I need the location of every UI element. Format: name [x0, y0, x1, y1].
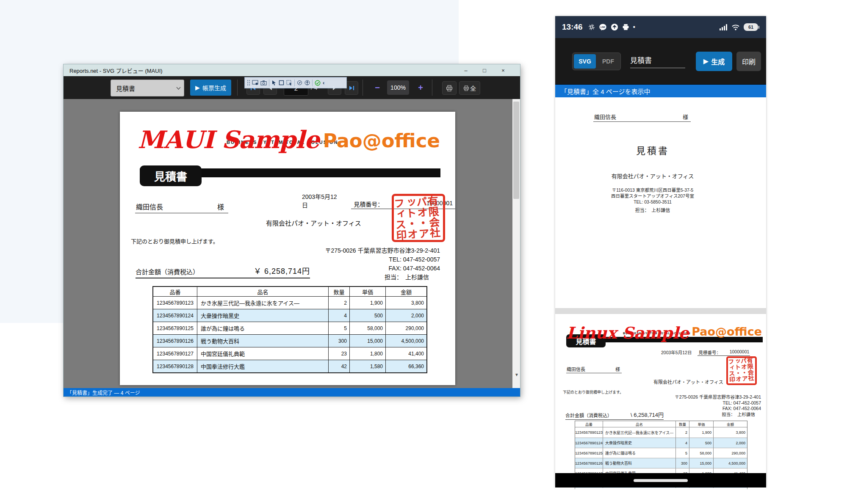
- company-address-block: 〒275-0026 千葉県習志野市谷津3-29-2-401 TEL: 047-4…: [325, 246, 440, 282]
- region-select-icon[interactable]: [279, 80, 284, 85]
- toolbar-divider: [432, 80, 432, 96]
- capture-toolbar-divider: [294, 80, 295, 86]
- clock: 13:46: [562, 22, 583, 32]
- data-saver-icon: [588, 24, 595, 30]
- upload-circle-icon: [611, 23, 618, 31]
- report-name-input[interactable]: 見積書: [630, 55, 685, 68]
- screenshot-canvas: Reports.net - SVG プレビュー (MAUI) – □ × 見積書…: [0, 0, 847, 504]
- zoom-out-button[interactable]: −: [371, 81, 384, 94]
- print-all-label: 全: [470, 84, 476, 92]
- capture-toolbar-divider: [269, 80, 269, 86]
- invoice-table: 品番 品名 数量 単価 金額 1234567890123 かき氷屋三代記―我永遠…: [152, 286, 427, 373]
- home-pill[interactable]: [634, 479, 688, 482]
- table-row: 1234567890127 中国宮廷儀礼典範 23 1,800 41,400: [153, 347, 426, 360]
- battery-tip: [758, 26, 759, 29]
- toolbar-divider: [237, 80, 238, 96]
- scroll-down-arrow[interactable]: ▼: [515, 372, 519, 377]
- preview-area: MAUI Sample BUSINESS SYSTEM TOTAL SOLUSI…: [64, 99, 520, 388]
- desktop-window: Reports.net - SVG プレビュー (MAUI) – □ × 見積書…: [64, 64, 520, 397]
- date-quote-row: 2003年5月12日 見積番号： 10000001: [661, 349, 750, 356]
- manager: 担当： 上杉謙信: [555, 207, 750, 213]
- zoom-in-button[interactable]: +: [414, 81, 427, 94]
- generate-report-button[interactable]: ▶ 帳票生成: [190, 80, 231, 96]
- status-bar: 「見積書」生成完了 — 4 ページ: [64, 388, 520, 397]
- scrollbar-thumb[interactable]: [513, 102, 519, 199]
- capture-overlay-toolbar: ‹: [244, 77, 347, 88]
- total-amount-line: 合計金額（消費税込） ￥ 6,258,714円: [136, 265, 310, 278]
- table-header-row: 品番 品名 数量 単価 金額: [153, 287, 426, 296]
- table-row: 1234567890128 中国拳法修行大鑑 42 1,580 66,360: [153, 360, 426, 372]
- confirm-check-icon[interactable]: [315, 80, 321, 86]
- battery-percent: 61: [744, 23, 758, 31]
- window-titlebar: Reports.net - SVG プレビュー (MAUI) – □ ×: [64, 64, 520, 76]
- table-header-row: 品番 品名 数量 単価 金額: [575, 421, 747, 427]
- vertical-scrollbar[interactable]: ▼: [512, 99, 520, 388]
- chevron-down-icon: [173, 87, 184, 90]
- table-row: 1234567890125 誰が為に鐘は鳴る 5 58,000 290,000: [153, 322, 426, 334]
- table-row: 1234567890123 かき氷屋三代記―我永遠に氷をアイス― 2 1,900…: [153, 296, 426, 309]
- table-row-partial: [575, 488, 747, 489]
- greeting-text: 下記のとおり御見積申し上げます。: [131, 237, 219, 245]
- mobile-status-bar: 13:46 LINE • 61: [555, 16, 766, 38]
- document-page: MAUI Sample BUSINESS SYSTEM TOTAL SOLUSI…: [120, 112, 455, 385]
- print-all-button[interactable]: 全: [459, 81, 480, 95]
- collapse-chevron-icon[interactable]: ‹: [323, 80, 324, 86]
- postal-address: 〒275-0026 千葉県習志野市谷津3-29-2-401: [325, 246, 440, 255]
- quote-number: 見積番号： 10000001: [698, 349, 750, 356]
- customer-name-line: 織田信長 様: [135, 201, 228, 213]
- report-select-value: 見積書: [111, 84, 173, 93]
- pao-office-logo: Pao@office: [692, 325, 762, 338]
- tab-svg[interactable]: SVG: [574, 54, 596, 69]
- manager: 担当： 上杉謙信: [325, 273, 440, 282]
- mobile-info-banner: 「見積書」全 4 ページを表示中: [555, 85, 766, 97]
- print-notification-icon: [622, 24, 629, 30]
- minimize-button[interactable]: –: [457, 64, 475, 76]
- doc-title: 見積書: [555, 143, 750, 157]
- annotate-icon[interactable]: [297, 80, 302, 85]
- table-row: 1234567890126 戦う動物大百科 300 15,000 4,500,0…: [153, 334, 426, 347]
- page-separator: [555, 308, 766, 314]
- mobile-screenshot: 13:46 LINE • 61 SVG PDF: [555, 16, 766, 487]
- doc-title-badge: 見積書: [140, 165, 202, 186]
- wifi-icon: [731, 24, 740, 30]
- mobile-app-toolbar: SVG PDF 見積書 ▶ 生成 印刷: [555, 38, 766, 85]
- mobile-document-page-2: Linux Sample BUSINESS SYSTEM TOTAL SOLUS…: [555, 314, 766, 489]
- svg-text:LINE: LINE: [600, 25, 605, 28]
- accessibility-icon[interactable]: [304, 80, 310, 85]
- mobile-document-page-1: 織田信長 様 見積書 有限会社パオ・アット・オフィス 〒116-0013 東京都…: [555, 97, 766, 308]
- cell-signal-icon: [720, 24, 728, 30]
- total-amount-line: 合計金額（消費税込） \ 6,258,714円: [565, 410, 664, 420]
- report-select[interactable]: 見積書: [111, 80, 184, 96]
- mobile-print-button[interactable]: 印刷: [736, 52, 761, 71]
- capture-toolbar-divider: [312, 80, 313, 86]
- notification-dot-icon: •: [633, 23, 636, 31]
- print-button[interactable]: [442, 81, 457, 95]
- window-title: Reports.net - SVG プレビュー (MAUI): [64, 66, 163, 74]
- maximize-button[interactable]: □: [475, 64, 494, 76]
- greeting-text: 下記のとおり御見積申し上げます。: [563, 389, 623, 395]
- battery-icon: 61: [744, 23, 759, 31]
- company-seal-stamp: 有限会社パオ・アット・オフィス印: [392, 194, 445, 242]
- toolbar-divider: [363, 80, 363, 96]
- table-body: 1234567890123 かき氷屋三代記―我永遠に氷をアイス― 2 1,900…: [153, 296, 426, 372]
- pao-office-logo: Pao@office: [323, 129, 440, 152]
- window-controls: – □ ×: [457, 64, 512, 76]
- company-name: 有限会社パオ・アット・オフィス: [555, 172, 750, 180]
- fax: FAX: 047-452-0064: [325, 264, 440, 273]
- customer-name-line: 織田信長 様: [593, 113, 691, 122]
- watermark-text: MAUI Sample: [138, 125, 319, 154]
- freeform-select-icon[interactable]: [286, 80, 292, 85]
- mobile-generate-button[interactable]: ▶ 生成: [696, 52, 732, 71]
- drag-handle-icon[interactable]: [247, 80, 250, 86]
- zoom-level: 100%: [387, 80, 409, 95]
- camera-icon[interactable]: [260, 80, 267, 85]
- watermark-text: Linux Sample: [566, 323, 689, 342]
- company-seal-stamp: 有限会社パオ・アット・オフィス印: [726, 356, 757, 385]
- company-address-block: 〒116-0013 東京都荒川区西日暮里5-37-5 西日暮里スタートアップオフ…: [555, 187, 750, 205]
- table-row: 1234567890124 大衆操作暗黒史 4 500 2,000: [153, 309, 426, 322]
- screen-record-icon[interactable]: [252, 80, 258, 85]
- cursor-select-icon[interactable]: [271, 80, 277, 85]
- close-button[interactable]: ×: [494, 64, 512, 76]
- issue-date: 2003年5月12日: [302, 192, 340, 209]
- tab-pdf[interactable]: PDF: [597, 54, 619, 69]
